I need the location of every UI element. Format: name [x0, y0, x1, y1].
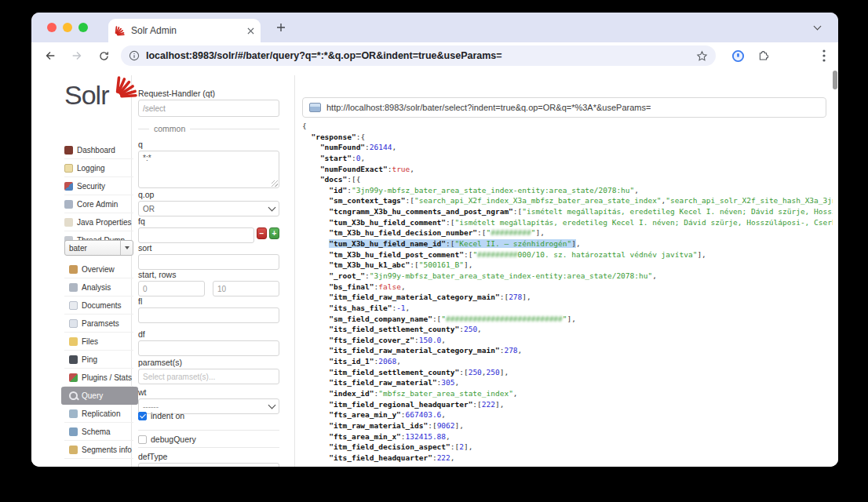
browser-window: Solr Admin — [31, 13, 838, 467]
sidebar-item-replication[interactable]: Replication — [64, 405, 133, 423]
json-line: "its_id_1":2068, — [302, 356, 833, 367]
tab-solr-admin[interactable]: Solr Admin — [108, 19, 261, 42]
sidebar-item-label: Analysis — [82, 283, 111, 292]
df-input[interactable] — [138, 340, 279, 356]
zoom-window-button[interactable] — [78, 23, 88, 32]
close-window-button[interactable] — [47, 23, 57, 32]
start-rows-label: start, rows — [138, 270, 279, 279]
request-handler-input[interactable]: /select — [138, 100, 279, 117]
response-url-box: http://localhost:8983/solr/bater/select?… — [302, 97, 826, 118]
debug-query-checkbox[interactable] — [138, 435, 147, 444]
rows-input[interactable]: 10 — [213, 281, 279, 296]
forward-button[interactable] — [69, 48, 85, 64]
core-selector-dropdown-button[interactable] — [120, 241, 133, 255]
deftype-input[interactable] — [138, 463, 279, 467]
overflow-menu-icon — [822, 49, 826, 62]
back-button[interactable] — [42, 48, 58, 64]
fq-remove-button[interactable]: − — [257, 227, 267, 239]
analysis-icon — [69, 283, 78, 292]
browser-menu-button[interactable] — [822, 49, 826, 62]
solr-favicon — [115, 25, 126, 36]
sidebar-item-label: Segments info — [82, 446, 132, 454]
sidebar-core-nav: OverviewAnalysisDocumentsParamsetsFilesP… — [64, 260, 133, 459]
sidebar-item-overview[interactable]: Overview — [64, 260, 133, 278]
url-bar[interactable]: localhost:8983/solr/#/bater/query?q=*:*&… — [121, 45, 716, 66]
tab-close-icon[interactable] — [247, 27, 254, 35]
sidebar-item-dashboard[interactable]: Dashboard — [64, 141, 133, 159]
segments-icon — [69, 446, 78, 454]
sidebar-main-nav: DashboardLoggingSecurityCore AdminJava P… — [64, 141, 133, 249]
core-selector[interactable]: bater — [64, 240, 133, 256]
sidebar-item-label: Ping — [82, 355, 97, 364]
json-line: "its_field_raw_material":305, — [302, 377, 833, 388]
start-input[interactable]: 0 — [138, 281, 205, 296]
extensions-button[interactable] — [757, 49, 770, 62]
bookmark-star-icon[interactable] — [696, 50, 708, 62]
sidebar-item-files[interactable]: Files — [64, 333, 133, 351]
reload-button[interactable] — [96, 48, 111, 64]
extensions-puzzle-icon — [757, 49, 770, 62]
paramsets-label: paramset(s) — [138, 358, 279, 367]
sidebar-item-segments-info[interactable]: Segments info — [64, 441, 133, 459]
debug-query-label: debugQuery — [151, 435, 196, 444]
solr-logo-rays-icon — [115, 74, 140, 99]
json-line: "tum_X3b_hu_field_comment":["ismételt me… — [302, 217, 833, 228]
sidebar-item-label: Paramsets — [82, 319, 119, 328]
json-line: "itm_field_raw_material_category_main":[… — [302, 292, 833, 303]
sidebar-item-query[interactable]: Query — [61, 387, 138, 405]
resize-grip-icon[interactable] — [272, 180, 278, 187]
sidebar-item-documents[interactable]: Documents — [64, 296, 133, 315]
json-line: "response":{ — [302, 132, 833, 143]
fq-add-button[interactable]: + — [269, 227, 279, 239]
documents-icon — [69, 301, 78, 310]
q-label: q — [138, 140, 279, 149]
onepassword-button[interactable] — [731, 49, 745, 63]
sort-input[interactable] — [138, 254, 279, 270]
info-icon[interactable] — [129, 50, 140, 61]
fl-input[interactable] — [138, 307, 279, 323]
paramsets-input[interactable]: Select paramset(s)... — [138, 369, 279, 384]
response-url-link[interactable]: http://localhost:8983/solr/bater/select?… — [326, 103, 651, 112]
chevron-down-icon — [125, 246, 129, 249]
security-icon — [64, 182, 73, 191]
form-divider — [294, 75, 295, 467]
q-value: *:* — [143, 154, 151, 162]
logging-icon — [64, 164, 73, 173]
sidebar-item-label: Schema — [82, 427, 111, 436]
sidebar-item-label: Documents — [82, 301, 122, 310]
minimize-window-button[interactable] — [63, 23, 72, 32]
qop-select[interactable]: OR — [138, 201, 279, 216]
json-line: "fts_area_min_x":132415.88, — [302, 431, 833, 442]
sidebar-item-logging[interactable]: Logging — [64, 159, 133, 177]
dashboard-icon — [64, 146, 73, 155]
sidebar-item-java-properties[interactable]: Java Properties — [64, 213, 133, 231]
sidebar-item-schema[interactable]: Schema — [64, 423, 133, 441]
page-scrollbar[interactable] — [833, 71, 837, 89]
indent-checkbox[interactable] — [138, 412, 147, 420]
sidebar-item-paramsets[interactable]: Paramsets — [64, 315, 133, 333]
wt-value: ------ — [143, 402, 159, 411]
tab-search-button[interactable] — [808, 19, 826, 36]
sidebar-item-analysis[interactable]: Analysis — [64, 278, 133, 296]
sidebar-item-label: Overview — [82, 265, 115, 274]
tab-search-chevron-icon — [813, 23, 821, 31]
new-tab-button[interactable] — [272, 18, 290, 37]
fq-input[interactable] — [138, 227, 254, 243]
fl-label: fl — [138, 296, 279, 306]
q-textarea[interactable]: *:* — [138, 151, 279, 188]
files-icon — [69, 337, 78, 346]
json-line: "itm_field_settlement_county":[250,250], — [302, 367, 833, 378]
qop-label: q.op — [138, 190, 279, 199]
sidebar-item-plugins-stats[interactable]: Plugins / Stats — [64, 369, 133, 387]
core-admin-icon — [64, 200, 73, 209]
sidebar-item-ping[interactable]: Ping — [64, 351, 133, 369]
json-line: "docs":[{ — [302, 174, 833, 185]
request-handler-label: Request-Handler (qt) — [138, 89, 279, 98]
json-line: "its_has_file":-1, — [302, 303, 833, 314]
json-line: "sm_field_company_name":["##############… — [302, 314, 833, 325]
overview-icon — [69, 265, 78, 274]
sidebar-item-security[interactable]: Security — [64, 177, 133, 195]
sidebar-item-core-admin[interactable]: Core Admin — [64, 195, 133, 213]
json-line: "tum_X3b_hu_field_name_id":["Kecel II. –… — [302, 238, 833, 249]
json-line: "its_field_settlement_county":250, — [302, 324, 833, 335]
